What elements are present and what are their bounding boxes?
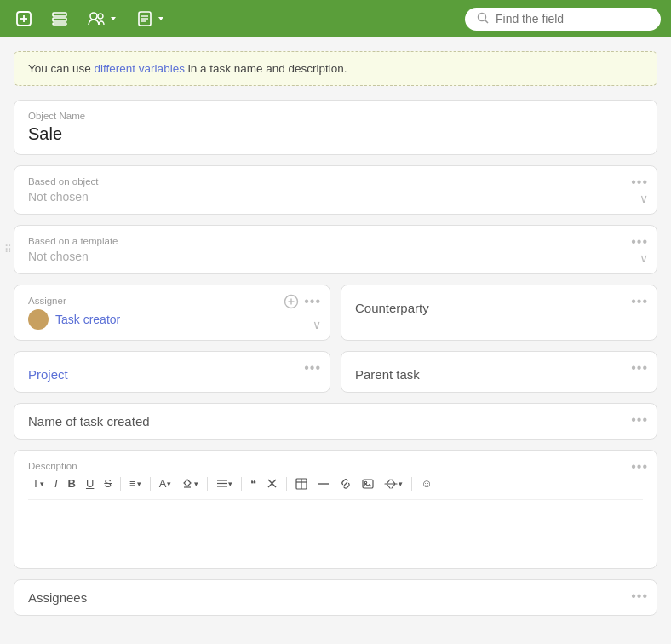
description-toolbar: T ▾ I B U S ≡ ▾ A ▾ ▾ ▾ ❝ (28, 474, 643, 500)
parent-task-more[interactable]: ••• (631, 360, 648, 376)
based-on-object-label: Based on object (28, 176, 643, 187)
name-of-task-card: Name of task created ••• (14, 403, 657, 440)
tb-sep-4 (241, 477, 242, 491)
tb-underline[interactable]: U (82, 474, 98, 492)
info-banner: You can use different variables in a tas… (14, 51, 657, 86)
parent-task-value: Parent task (355, 367, 643, 382)
name-of-task-more[interactable]: ••• (631, 412, 648, 428)
tb-highlight[interactable]: ▾ (177, 475, 203, 492)
based-on-template-chevron: ∨ (639, 251, 648, 265)
search-icon (477, 12, 489, 26)
tb-font-color[interactable]: A ▾ (155, 474, 176, 492)
tb-text-style[interactable]: T ▾ (28, 474, 49, 492)
based-on-template-label: Based on a template (28, 236, 643, 246)
tb-emoji[interactable]: ☺ (416, 474, 436, 492)
based-on-object-chevron: ∨ (639, 192, 648, 205)
description-card: Description ••• T ▾ I B U S ≡ ▾ A ▾ ▾ ▾ … (14, 450, 657, 569)
assigner-add-button[interactable] (284, 294, 299, 313)
description-label: Description (28, 461, 643, 471)
object-name-card: Object Name Sale (14, 100, 657, 155)
tb-sep-1 (120, 477, 121, 491)
avatar (28, 309, 49, 330)
tb-sep-6 (411, 477, 412, 491)
main-content: You can use different variables in a tas… (0, 37, 671, 644)
users-button[interactable] (82, 7, 123, 31)
tb-hr[interactable] (313, 475, 334, 492)
svg-point-7 (98, 14, 103, 19)
description-content[interactable] (28, 507, 643, 558)
assignees-value: Assignees (28, 590, 643, 605)
assignees-more[interactable]: ••• (631, 589, 648, 604)
assigner-name: Task creator (55, 313, 120, 326)
assigner-row: Task creator (28, 309, 316, 330)
tb-sep-5 (286, 477, 287, 491)
tb-image[interactable] (358, 475, 378, 492)
assigner-card: Assigner Task creator ••• ∨ (14, 285, 330, 341)
counterparty-value: Counterparty (355, 301, 643, 315)
layout-button[interactable] (46, 7, 73, 31)
assignees-card: Assignees ••• (14, 579, 657, 616)
search-input[interactable] (496, 12, 649, 26)
description-more[interactable]: ••• (631, 459, 648, 474)
based-on-object-card[interactable]: Based on object Not chosen ••• ∨ (14, 165, 657, 215)
top-nav (0, 0, 671, 37)
svg-rect-3 (53, 13, 66, 16)
assigner-counterparty-row: Assigner Task creator ••• ∨ Counterparty… (14, 285, 657, 341)
svg-rect-27 (363, 480, 373, 488)
based-on-object-more[interactable]: ••• (631, 175, 648, 190)
drag-handle[interactable]: ⠿ (4, 244, 12, 256)
tb-sep-3 (207, 477, 208, 491)
svg-point-14 (34, 313, 43, 321)
assigner-chevron: ∨ (313, 318, 321, 331)
project-value: Project (28, 367, 316, 382)
tb-clear[interactable] (262, 475, 282, 492)
name-of-task-value: Name of task created (28, 414, 643, 428)
counterparty-more[interactable]: ••• (631, 294, 648, 309)
svg-point-12 (479, 13, 486, 20)
svg-rect-5 (53, 23, 66, 25)
object-name-value: Sale (28, 124, 643, 144)
object-name-label: Object Name (28, 111, 643, 121)
assigner-more[interactable]: ••• (304, 294, 321, 309)
tb-strikethrough[interactable]: S (100, 474, 116, 492)
assigner-label: Assigner (28, 296, 316, 306)
docs-button[interactable] (131, 7, 170, 31)
based-on-template-more[interactable]: ••• (631, 234, 648, 250)
tb-embed[interactable]: ▾ (380, 475, 407, 492)
tb-quote[interactable]: ❝ (246, 474, 261, 492)
counterparty-card: Counterparty ••• (341, 285, 657, 341)
parent-task-card: Parent task ••• (341, 351, 657, 393)
tb-link[interactable] (336, 475, 356, 492)
tb-bold[interactable]: B (64, 474, 80, 492)
based-on-object-value: Not chosen (28, 190, 643, 204)
svg-line-13 (485, 20, 489, 23)
svg-rect-4 (53, 18, 66, 21)
project-parenttask-row: Project ••• Parent task ••• (14, 351, 657, 393)
variables-link[interactable]: different variables (95, 62, 185, 75)
search-bar[interactable] (465, 8, 661, 31)
tb-italic[interactable]: I (50, 474, 62, 492)
project-more[interactable]: ••• (304, 360, 321, 376)
based-on-template-value: Not chosen (28, 250, 643, 263)
tb-align[interactable]: ≡ ▾ (125, 474, 146, 492)
add-button[interactable] (10, 7, 37, 31)
svg-point-6 (90, 13, 97, 20)
project-card: Project ••• (14, 351, 330, 393)
tb-sep-2 (150, 477, 151, 491)
tb-list[interactable]: ▾ (212, 475, 237, 492)
based-on-template-card[interactable]: ⠿ Based on a template Not chosen ••• ∨ (14, 225, 657, 274)
tb-table[interactable] (291, 475, 312, 492)
